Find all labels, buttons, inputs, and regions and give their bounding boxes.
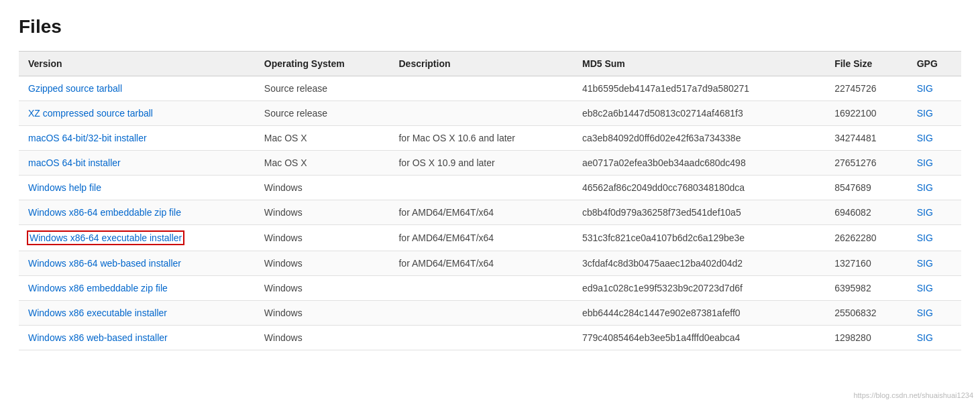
sig-link[interactable]: SIG — [917, 157, 933, 168]
table-header-row: Version Operating System Description MD5… — [19, 52, 961, 76]
cell-gpg: SIG — [908, 225, 961, 251]
cell-gpg: SIG — [908, 101, 961, 126]
cell-filesize: 1298280 — [825, 326, 908, 350]
cell-os: Source release — [255, 76, 390, 101]
cell-md5: eb8c2a6b1447d50813c02714af4681f3 — [573, 101, 825, 126]
cell-gpg: SIG — [908, 126, 961, 151]
cell-version: macOS 64-bit installer — [19, 151, 255, 176]
cell-md5: 531c3fc821ce0a4107b6d2c6a129be3e — [573, 225, 825, 251]
cell-version: macOS 64-bit/32-bit installer — [19, 126, 255, 151]
file-link[interactable]: Windows help file — [28, 182, 101, 193]
cell-gpg: SIG — [908, 176, 961, 200]
file-link[interactable]: macOS 64-bit installer — [28, 157, 121, 168]
table-row: Windows x86 web-based installerWindows77… — [19, 326, 961, 350]
cell-description: for OS X 10.9 and later — [389, 151, 573, 176]
cell-filesize: 22745726 — [825, 76, 908, 101]
col-header-md5: MD5 Sum — [573, 52, 825, 76]
cell-version: Windows x86 web-based installer — [19, 326, 255, 350]
col-header-description: Description — [389, 52, 573, 76]
cell-gpg: SIG — [908, 251, 961, 276]
file-link[interactable]: Windows x86-64 executable installer — [28, 232, 183, 244]
table-row: Gzipped source tarballSource release41b6… — [19, 76, 961, 101]
cell-md5: 41b6595deb4147a1ed517a7d9a580271 — [573, 76, 825, 101]
sig-link[interactable]: SIG — [917, 332, 933, 343]
col-header-filesize: File Size — [825, 52, 908, 76]
col-header-os: Operating System — [255, 52, 390, 76]
cell-os: Mac OS X — [255, 151, 390, 176]
cell-version: Windows x86 embeddable zip file — [19, 276, 255, 301]
cell-filesize: 25506832 — [825, 301, 908, 326]
cell-filesize: 6395982 — [825, 276, 908, 301]
cell-version: Windows x86 executable installer — [19, 301, 255, 326]
cell-description — [389, 326, 573, 350]
table-row: Windows x86-64 embeddable zip fileWindow… — [19, 200, 961, 225]
cell-filesize: 34274481 — [825, 126, 908, 151]
cell-description — [389, 76, 573, 101]
col-header-version: Version — [19, 52, 255, 76]
sig-link[interactable]: SIG — [917, 258, 933, 269]
cell-description: for AMD64/EM64T/x64 — [389, 251, 573, 276]
file-link[interactable]: Windows x86 executable installer — [28, 308, 167, 318]
cell-gpg: SIG — [908, 76, 961, 101]
cell-md5: 3cfdaf4c8d3b0475aaec12ba402d04d2 — [573, 251, 825, 276]
cell-md5: 46562af86c2049dd0cc7680348180dca — [573, 176, 825, 200]
cell-gpg: SIG — [908, 276, 961, 301]
cell-os: Windows — [255, 200, 390, 225]
files-table: Version Operating System Description MD5… — [19, 51, 961, 350]
sig-link[interactable]: SIG — [917, 308, 933, 318]
table-row: Windows x86-64 web-based installerWindow… — [19, 251, 961, 276]
cell-filesize: 26262280 — [825, 225, 908, 251]
cell-os: Windows — [255, 251, 390, 276]
cell-gpg: SIG — [908, 151, 961, 176]
col-header-gpg: GPG — [908, 52, 961, 76]
cell-md5: cb8b4f0d979a36258f73ed541def10a5 — [573, 200, 825, 225]
cell-os: Windows — [255, 276, 390, 301]
cell-os: Source release — [255, 101, 390, 126]
file-link[interactable]: Gzipped source tarball — [28, 83, 122, 94]
table-row: Windows x86 embeddable zip fileWindowsed… — [19, 276, 961, 301]
cell-os: Windows — [255, 301, 390, 326]
cell-filesize: 8547689 — [825, 176, 908, 200]
table-row: Windows x86-64 executable installerWindo… — [19, 225, 961, 251]
sig-link[interactable]: SIG — [917, 232, 933, 243]
cell-os: Windows — [255, 176, 390, 200]
sig-link[interactable]: SIG — [917, 83, 933, 94]
page-title: Files — [19, 16, 961, 38]
file-link[interactable]: Windows x86-64 web-based installer — [28, 258, 181, 269]
cell-filesize: 16922100 — [825, 101, 908, 126]
cell-filesize: 1327160 — [825, 251, 908, 276]
file-link[interactable]: XZ compressed source tarball — [28, 108, 153, 119]
cell-description: for AMD64/EM64T/x64 — [389, 200, 573, 225]
cell-gpg: SIG — [908, 301, 961, 326]
file-link[interactable]: Windows x86 web-based installer — [28, 332, 168, 343]
cell-filesize: 6946082 — [825, 200, 908, 225]
cell-description — [389, 276, 573, 301]
cell-description — [389, 101, 573, 126]
cell-md5: ed9a1c028c1e99f5323b9c20723d7d6f — [573, 276, 825, 301]
cell-version: Windows help file — [19, 176, 255, 200]
cell-gpg: SIG — [908, 200, 961, 225]
cell-os: Windows — [255, 225, 390, 251]
cell-os: Windows — [255, 326, 390, 350]
table-row: XZ compressed source tarballSource relea… — [19, 101, 961, 126]
sig-link[interactable]: SIG — [917, 207, 933, 218]
cell-md5: 779c4085464eb3ee5b1a4fffd0eabca4 — [573, 326, 825, 350]
cell-filesize: 27651276 — [825, 151, 908, 176]
table-row: Windows help fileWindows46562af86c2049dd… — [19, 176, 961, 200]
sig-link[interactable]: SIG — [917, 108, 933, 119]
sig-link[interactable]: SIG — [917, 133, 933, 143]
cell-md5: ca3eb84092d0ff6d02e42f63a734338e — [573, 126, 825, 151]
cell-gpg: SIG — [908, 326, 961, 350]
file-link[interactable]: Windows x86 embeddable zip file — [28, 283, 168, 293]
file-link[interactable]: Windows x86-64 embeddable zip file — [28, 207, 181, 218]
cell-description — [389, 301, 573, 326]
sig-link[interactable]: SIG — [917, 283, 933, 293]
table-row: macOS 64-bit installerMac OS Xfor OS X 1… — [19, 151, 961, 176]
file-link[interactable]: macOS 64-bit/32-bit installer — [28, 133, 147, 143]
cell-description: for Mac OS X 10.6 and later — [389, 126, 573, 151]
cell-version: Windows x86-64 web-based installer — [19, 251, 255, 276]
sig-link[interactable]: SIG — [917, 182, 933, 193]
cell-os: Mac OS X — [255, 126, 390, 151]
cell-version: Gzipped source tarball — [19, 76, 255, 101]
cell-version: XZ compressed source tarball — [19, 101, 255, 126]
